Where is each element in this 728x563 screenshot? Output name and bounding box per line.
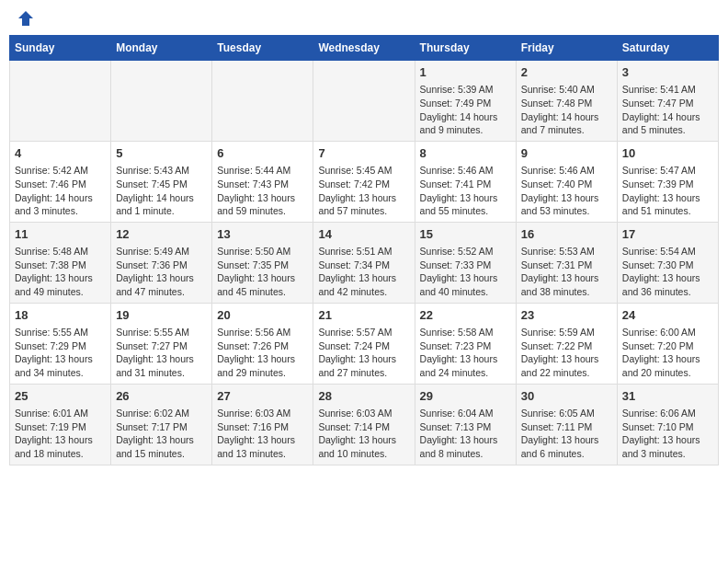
- day-info: Daylight: 13 hours: [318, 191, 409, 205]
- day-info: and 13 minutes.: [217, 447, 308, 461]
- day-info: Daylight: 14 hours: [15, 191, 106, 205]
- day-info: Sunset: 7:23 PM: [420, 339, 511, 353]
- day-info: Daylight: 13 hours: [420, 191, 511, 205]
- day-info: Daylight: 13 hours: [622, 191, 713, 205]
- day-info: Sunset: 7:49 PM: [420, 97, 511, 110]
- calendar-header-row: SundayMondayTuesdayWednesdayThursdayFrid…: [10, 36, 719, 61]
- day-number: 19: [116, 307, 207, 324]
- day-info: Sunrise: 6:05 AM: [521, 407, 612, 420]
- day-info: Daylight: 13 hours: [318, 271, 409, 285]
- day-info: Sunset: 7:38 PM: [15, 259, 106, 272]
- day-number: 23: [521, 307, 612, 324]
- day-number: 27: [217, 388, 308, 405]
- day-info: and 55 minutes.: [420, 204, 511, 218]
- day-info: Daylight: 14 hours: [420, 110, 511, 124]
- day-info: Sunset: 7:22 PM: [521, 339, 612, 353]
- day-info: and 7 minutes.: [521, 123, 612, 137]
- day-info: Daylight: 14 hours: [521, 110, 612, 124]
- day-info: Sunrise: 6:03 AM: [318, 407, 409, 420]
- day-info: and 49 minutes.: [15, 285, 106, 299]
- day-info: and 27 minutes.: [318, 366, 409, 380]
- calendar-cell: [111, 61, 212, 142]
- calendar-cell: 2Sunrise: 5:40 AMSunset: 7:48 PMDaylight…: [516, 61, 617, 142]
- day-info: Daylight: 14 hours: [622, 110, 713, 124]
- day-number: 24: [622, 307, 713, 324]
- day-info: Sunrise: 5:43 AM: [116, 164, 207, 178]
- day-number: 12: [116, 226, 207, 243]
- calendar-cell: 12Sunrise: 5:49 AMSunset: 7:36 PMDayligh…: [111, 222, 212, 303]
- day-number: 13: [217, 226, 308, 243]
- day-info: Sunset: 7:14 PM: [318, 420, 409, 434]
- day-info: Sunset: 7:45 PM: [116, 178, 207, 191]
- calendar-cell: 31Sunrise: 6:06 AMSunset: 7:10 PMDayligh…: [617, 384, 718, 465]
- calendar-cell: 3Sunrise: 5:41 AMSunset: 7:47 PMDaylight…: [617, 61, 718, 142]
- day-info: Daylight: 13 hours: [420, 271, 511, 285]
- day-info: Sunrise: 5:51 AM: [318, 245, 409, 259]
- day-info: Sunrise: 5:44 AM: [217, 164, 308, 178]
- day-info: Daylight: 13 hours: [521, 352, 612, 366]
- day-info: and 36 minutes.: [622, 285, 713, 299]
- day-number: 15: [420, 226, 511, 243]
- day-info: Sunrise: 6:00 AM: [622, 326, 713, 339]
- day-info: Sunrise: 5:57 AM: [318, 326, 409, 339]
- day-number: 6: [217, 145, 308, 162]
- day-info: Daylight: 14 hours: [116, 191, 207, 205]
- calendar-cell: 10Sunrise: 5:47 AMSunset: 7:39 PMDayligh…: [617, 141, 718, 222]
- day-info: and 15 minutes.: [116, 447, 207, 461]
- day-info: Sunset: 7:33 PM: [420, 259, 511, 272]
- day-info: and 3 minutes.: [622, 447, 713, 461]
- column-header-friday: Friday: [516, 36, 617, 61]
- day-info: Sunset: 7:46 PM: [15, 178, 106, 191]
- calendar-cell: 29Sunrise: 6:04 AMSunset: 7:13 PMDayligh…: [415, 384, 516, 465]
- day-info: Sunset: 7:48 PM: [521, 97, 612, 110]
- day-info: Daylight: 13 hours: [15, 433, 106, 447]
- calendar-cell: 28Sunrise: 6:03 AMSunset: 7:14 PMDayligh…: [313, 384, 415, 465]
- day-info: and 18 minutes.: [15, 447, 106, 461]
- calendar-cell: 13Sunrise: 5:50 AMSunset: 7:35 PMDayligh…: [212, 222, 313, 303]
- calendar-cell: 22Sunrise: 5:58 AMSunset: 7:23 PMDayligh…: [415, 303, 516, 384]
- calendar-cell: 7Sunrise: 5:45 AMSunset: 7:42 PMDaylight…: [313, 141, 415, 222]
- day-info: Sunset: 7:16 PM: [217, 420, 308, 434]
- calendar-cell: 20Sunrise: 5:56 AMSunset: 7:26 PMDayligh…: [212, 303, 313, 384]
- day-number: 3: [622, 64, 713, 81]
- day-info: Sunrise: 5:48 AM: [15, 245, 106, 259]
- day-info: Sunset: 7:13 PM: [420, 420, 511, 434]
- day-number: 28: [318, 388, 409, 405]
- day-info: Sunrise: 5:55 AM: [116, 326, 207, 339]
- page-header: [9, 9, 719, 28]
- day-info: Sunset: 7:40 PM: [521, 178, 612, 191]
- day-info: Sunset: 7:30 PM: [622, 259, 713, 272]
- calendar-cell: 30Sunrise: 6:05 AMSunset: 7:11 PMDayligh…: [516, 384, 617, 465]
- day-info: Sunrise: 5:59 AM: [521, 326, 612, 339]
- day-info: Sunset: 7:24 PM: [318, 339, 409, 353]
- day-info: and 1 minute.: [116, 204, 207, 218]
- day-info: Sunrise: 5:47 AM: [622, 164, 713, 178]
- day-number: 29: [420, 388, 511, 405]
- day-info: Daylight: 13 hours: [217, 433, 308, 447]
- day-info: and 53 minutes.: [521, 204, 612, 218]
- day-info: Daylight: 13 hours: [521, 191, 612, 205]
- day-info: Sunrise: 5:45 AM: [318, 164, 409, 178]
- column-header-sunday: Sunday: [10, 36, 111, 61]
- day-info: and 10 minutes.: [318, 447, 409, 461]
- calendar-cell: 5Sunrise: 5:43 AMSunset: 7:45 PMDaylight…: [111, 141, 212, 222]
- column-header-thursday: Thursday: [415, 36, 516, 61]
- day-number: 1: [420, 64, 511, 81]
- day-info: and 8 minutes.: [420, 447, 511, 461]
- day-info: Sunset: 7:27 PM: [116, 339, 207, 353]
- day-info: Daylight: 13 hours: [420, 352, 511, 366]
- calendar-cell: 21Sunrise: 5:57 AMSunset: 7:24 PMDayligh…: [313, 303, 415, 384]
- day-info: Sunset: 7:39 PM: [622, 178, 713, 191]
- day-number: 9: [521, 145, 612, 162]
- day-info: Sunset: 7:34 PM: [318, 259, 409, 272]
- calendar-week-row: 4Sunrise: 5:42 AMSunset: 7:46 PMDaylight…: [10, 141, 719, 222]
- column-header-saturday: Saturday: [617, 36, 718, 61]
- calendar-cell: 1Sunrise: 5:39 AMSunset: 7:49 PMDaylight…: [415, 61, 516, 142]
- day-info: Sunset: 7:47 PM: [622, 97, 713, 110]
- calendar-cell: 18Sunrise: 5:55 AMSunset: 7:29 PMDayligh…: [10, 303, 111, 384]
- day-number: 5: [116, 145, 207, 162]
- calendar-table: SundayMondayTuesdayWednesdayThursdayFrid…: [9, 35, 719, 465]
- calendar-cell: 15Sunrise: 5:52 AMSunset: 7:33 PMDayligh…: [415, 222, 516, 303]
- day-info: Sunrise: 5:58 AM: [420, 326, 511, 339]
- day-info: Daylight: 13 hours: [622, 271, 713, 285]
